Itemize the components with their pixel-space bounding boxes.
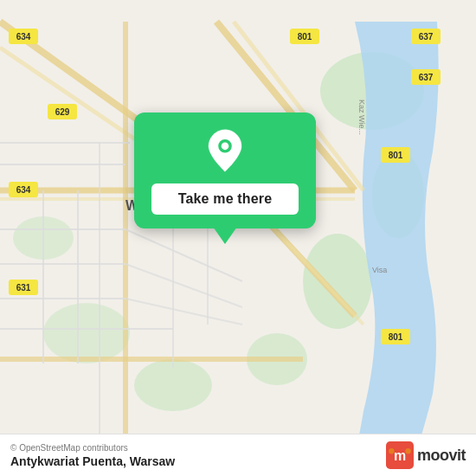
svg-text:631: 631 bbox=[16, 283, 31, 293]
svg-text:m: m bbox=[394, 448, 406, 463]
svg-text:801: 801 bbox=[298, 32, 312, 42]
svg-text:Kaz Wie...: Kaz Wie... bbox=[357, 100, 366, 135]
svg-point-54 bbox=[222, 142, 229, 150]
svg-text:634: 634 bbox=[16, 185, 31, 195]
moovit-label: moovit bbox=[417, 447, 466, 465]
svg-text:801: 801 bbox=[389, 151, 403, 160]
map-background: 634 629 634 631 801 637 637 801 bbox=[0, 0, 476, 476]
bottom-bar: © OpenStreetMap contributors Antykwariat… bbox=[0, 434, 476, 476]
svg-text:637: 637 bbox=[419, 32, 434, 42]
svg-text:634: 634 bbox=[16, 32, 31, 42]
moovit-icon: m bbox=[386, 441, 414, 469]
take-me-there-button[interactable]: Take me there bbox=[151, 183, 299, 215]
svg-text:629: 629 bbox=[55, 107, 70, 117]
osm-attribution: © OpenStreetMap contributors bbox=[10, 443, 175, 453]
map-container[interactable]: 634 629 634 631 801 637 637 801 bbox=[0, 0, 476, 476]
svg-point-57 bbox=[389, 448, 394, 453]
svg-point-3 bbox=[303, 234, 372, 329]
place-name: Antykwariat Puenta, Warsaw bbox=[10, 454, 175, 468]
moovit-logo: m moovit bbox=[386, 441, 466, 469]
svg-point-5 bbox=[43, 303, 130, 363]
svg-text:Visa: Visa bbox=[372, 266, 387, 274]
svg-text:637: 637 bbox=[419, 73, 434, 82]
svg-point-58 bbox=[405, 448, 410, 453]
location-popup: Take me there bbox=[134, 113, 316, 228]
location-pin-icon bbox=[203, 128, 248, 173]
svg-text:801: 801 bbox=[389, 332, 403, 342]
bottom-left-info: © OpenStreetMap contributors Antykwariat… bbox=[10, 443, 175, 468]
